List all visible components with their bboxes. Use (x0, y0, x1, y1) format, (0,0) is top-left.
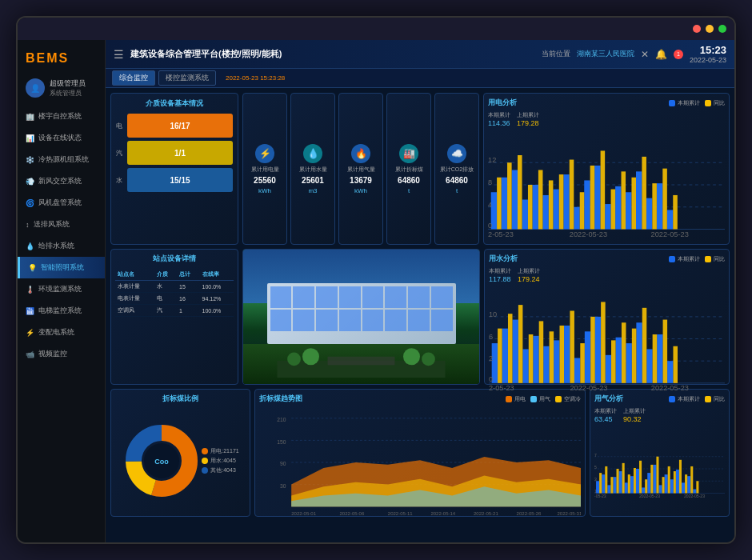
svg-rect-88 (632, 329, 637, 383)
device-icon: 📊 (26, 134, 34, 142)
water-chart-panel: 用水分析 本期累计 同比 (484, 249, 730, 385)
svg-rect-73 (657, 334, 662, 383)
sidebar-item-lighting[interactable]: 💡 智能照明系统 (18, 257, 105, 278)
area-dot-3 (555, 396, 562, 402)
nav-label: 给排水系统 (38, 241, 74, 251)
sidebar: BEMS 👤 超级管理员 系统管理员 🏢 楼宇自控系统 📊 设备在线状态 (18, 40, 106, 542)
legend-item-other: 其他:4043 (202, 466, 238, 474)
water-chart-header: 用水分析 本期累计 同比 (489, 254, 725, 264)
svg-rect-146 (610, 477, 613, 493)
donut-dot-water (202, 458, 208, 464)
svg-rect-25 (528, 185, 533, 230)
legend-text-electric: 用电:21171 (210, 447, 238, 455)
svg-rect-48 (328, 356, 395, 365)
mid-row: 站点设备详情 站点名 介质 总计 在线率 (110, 249, 730, 385)
camera-icon: 📹 (26, 350, 34, 358)
svg-rect-148 (622, 463, 625, 494)
svg-rect-84 (590, 317, 595, 383)
sidebar-item-power[interactable]: ⚡ 变配电系统 (18, 322, 105, 343)
window (339, 286, 361, 308)
svg-rect-35 (631, 178, 636, 230)
top-bar (18, 18, 734, 40)
svg-rect-15 (605, 204, 610, 229)
svg-rect-76 (508, 314, 513, 383)
svg-rect-66 (585, 331, 590, 383)
date-display: 2022-05-23 (690, 56, 726, 64)
svg-text:2022-05-23: 2022-05-23 (651, 230, 689, 238)
svg-rect-64 (564, 326, 570, 383)
svg-rect-37 (652, 183, 657, 229)
user-profile[interactable]: 👤 超级管理员 系统管理员 (18, 74, 105, 102)
tab-building-monitor[interactable]: 楼控监测系统 (158, 70, 216, 86)
area-chart-header: 折标煤趋势图 用电 用气 (259, 394, 581, 404)
svg-rect-147 (617, 469, 619, 494)
sidebar-item-cold-heat[interactable]: ❄️ 冷热源机组系统 (18, 149, 105, 170)
menu-icon[interactable]: ☰ (114, 48, 124, 61)
svg-rect-30 (580, 192, 585, 229)
power-legend: 本期累计 同比 (669, 99, 725, 107)
sidebar-item-fresh-air[interactable]: 💨 新风交空系统 (18, 170, 105, 192)
maximize-dot[interactable] (718, 25, 726, 33)
water-dot-yellow (705, 256, 711, 262)
table-row: 电表计量 电 16 94.12% (115, 293, 234, 305)
svg-rect-14 (594, 166, 600, 230)
svg-rect-135 (647, 473, 650, 493)
power-chart-title: 用电分析 (488, 98, 517, 108)
svg-rect-129 (613, 477, 616, 493)
svg-text:150: 150 (277, 438, 286, 444)
bottom-row: 折标煤比例 (110, 389, 730, 517)
building-windows (267, 283, 456, 334)
tab-comprehensive[interactable]: 综合监控 (112, 70, 155, 86)
sidebar-item-drainage[interactable]: 💧 给排水系统 (18, 235, 105, 257)
power-chart-panel: 用电分析 本期累计 同比 (483, 93, 730, 245)
gas-last-value: 90.32 (623, 415, 646, 423)
svg-rect-158 (679, 460, 682, 494)
bell-icon[interactable]: 🔔 (655, 49, 667, 60)
sidebar-item-camera[interactable]: 📹 视频监控 (18, 343, 105, 365)
window (270, 286, 292, 308)
svg-rect-140 (676, 470, 679, 494)
close-dot[interactable] (693, 25, 701, 33)
window (339, 310, 361, 331)
window (431, 286, 453, 308)
donut-legend: 用电:21171 用水:4045 其他:4043 (202, 447, 238, 474)
legend-text-other: 其他:4043 (210, 466, 236, 474)
cell-medium: 汽 (154, 305, 178, 317)
svg-rect-91 (663, 320, 668, 383)
sidebar-item-elevator[interactable]: 🛗 电梯监控系统 (18, 300, 105, 322)
sidebar-item-fan-coil[interactable]: 🌀 风机盘管系统 (18, 192, 105, 214)
svg-text:2022-05-31: 2022-05-31 (558, 510, 581, 516)
gas-stats: 本期累计 63.45 上期累计 90.32 (594, 407, 725, 423)
svg-rect-142 (687, 476, 690, 493)
page-title: 建筑设备综合管理平台(楼控/照明/能耗) (130, 48, 535, 60)
sidebar-item-device-status[interactable]: 📊 设备在线状态 (18, 127, 105, 149)
svg-rect-152 (645, 479, 647, 493)
header: ☰ 建筑设备综合管理平台(楼控/照明/能耗) 当前位置 湖南某三人民医院 ✕ 🔔… (106, 40, 734, 69)
header-icons: ✕ 🔔 1 (641, 49, 683, 60)
svg-rect-153 (650, 465, 653, 494)
air-icon: 💨 (26, 178, 34, 186)
svg-rect-160 (690, 466, 693, 494)
svg-rect-65 (574, 358, 580, 383)
window (408, 286, 430, 308)
sidebar-item-ventilation[interactable]: ↕️ 送排风系统 (18, 214, 105, 235)
svg-rect-132 (630, 476, 634, 493)
cell-rate: 100.0% (200, 305, 234, 317)
svg-text:6: 6 (489, 333, 493, 341)
minimize-dot[interactable] (706, 25, 714, 33)
svg-text:3: 3 (594, 477, 597, 482)
col-name: 站点名 (115, 269, 154, 281)
equip-bar-electric: 16/17 (127, 114, 233, 138)
current-label: 本期累计 (488, 111, 510, 119)
nav-label: 变配电系统 (38, 327, 74, 338)
sidebar-item-environment[interactable]: 🌡️ 环境监测系统 (18, 278, 105, 300)
col-medium: 介质 (154, 269, 178, 281)
svg-rect-134 (642, 487, 645, 493)
cell-medium: 电 (154, 293, 178, 305)
sidebar-item-building-control[interactable]: 🏢 楼宇自控系统 (18, 106, 105, 127)
svg-rect-141 (682, 482, 685, 493)
power-stats: 本期累计 114.36 上期累计 179.28 (488, 111, 725, 127)
notification-badge: 1 (674, 50, 683, 59)
close-icon[interactable]: ✕ (641, 49, 649, 60)
nav-label: 智能照明系统 (41, 262, 84, 273)
